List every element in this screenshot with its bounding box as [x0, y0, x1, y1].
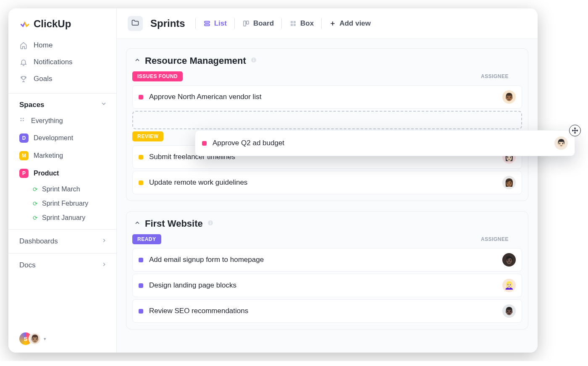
view-tab-label: List — [214, 19, 227, 28]
add-view-button[interactable]: Add view — [329, 19, 371, 28]
workspace-switcher[interactable]: S 👨🏽 ▾ — [8, 325, 116, 353]
chevron-right-icon — [101, 261, 107, 269]
svg-rect-6 — [244, 21, 246, 26]
info-icon[interactable] — [207, 220, 214, 228]
primary-nav: Home Notifications Goals — [8, 35, 116, 93]
folder-button[interactable] — [128, 16, 143, 31]
sidebar-item-everything[interactable]: Everything — [8, 112, 116, 129]
status-dot — [139, 180, 143, 185]
sidebar-item-dashboards[interactable]: Dashboards — [8, 229, 116, 253]
nav-home[interactable]: Home — [8, 37, 116, 54]
trophy-icon — [19, 75, 28, 83]
task-row[interactable]: Add email signup form to homepage🧑🏿 — [132, 248, 522, 272]
task-name: Update remote work guidelines — [149, 178, 496, 187]
avatar[interactable]: 👨🏿 — [502, 304, 516, 318]
sprint-icon: ⟳ — [33, 200, 38, 207]
task-row[interactable]: Design landing page blocks👱🏻‍♀️ — [132, 274, 522, 297]
sidebar-item-docs[interactable]: Docs — [8, 253, 116, 277]
sidebar-item-product[interactable]: P Product — [8, 165, 116, 182]
space-badge: P — [19, 169, 29, 178]
folder-icon — [131, 18, 139, 29]
board-icon — [242, 20, 250, 27]
status-dot — [139, 258, 143, 262]
status-pill[interactable]: ISSUES FOUND — [132, 71, 183, 81]
dashboards-label: Dashboards — [19, 237, 58, 246]
nav-goals[interactable]: Goals — [8, 71, 116, 87]
avatar[interactable]: 👩🏾 — [502, 176, 516, 189]
chevron-up-icon — [134, 57, 141, 65]
view-tab-label: Board — [253, 19, 274, 28]
grid-dots-icon — [19, 117, 26, 125]
status-pill[interactable]: REVIEW — [132, 131, 163, 141]
task-row[interactable]: Approve North American vendor list👨🏾 — [132, 85, 522, 109]
spaces-heading-label: Spaces — [19, 101, 45, 109]
svg-rect-9 — [294, 21, 296, 23]
avatar[interactable]: 👨🏾 — [502, 90, 516, 104]
space-badge: M — [19, 151, 29, 160]
sprint-label: Sprint January — [42, 214, 85, 222]
task-row[interactable]: Update remote work guidelines👩🏾 — [132, 171, 522, 194]
svg-point-2 — [21, 120, 22, 121]
sidebar: ClickUp Home Notifications Goals Spaces — [8, 8, 117, 353]
sidebar-item-marketing[interactable]: M Marketing — [8, 147, 116, 165]
sprint-item[interactable]: ⟳ Sprint March — [8, 182, 116, 196]
status-pill[interactable]: READY — [132, 234, 161, 244]
move-handle-icon[interactable] — [569, 125, 581, 136]
page-title: Sprints — [150, 18, 185, 29]
status-row: READYASSIGNEE — [132, 234, 522, 246]
bell-icon — [19, 58, 28, 66]
avatar: 👨🏽 — [29, 332, 41, 345]
svg-rect-8 — [291, 21, 293, 23]
svg-rect-16 — [210, 222, 210, 225]
avatar: 👨🏻 — [554, 136, 568, 150]
svg-point-17 — [210, 221, 211, 222]
app-window: ClickUp Home Notifications Goals Spaces — [8, 8, 538, 353]
group-title: Resource Management — [145, 55, 246, 66]
task-name: Approve North American vendor list — [149, 93, 496, 101]
sidebar-item-development[interactable]: D Development — [8, 129, 116, 147]
topbar: Sprints List Board Box Add view — [117, 8, 538, 39]
svg-point-3 — [23, 120, 24, 121]
column-header-assignee: ASSIGNEE — [481, 73, 519, 79]
brand[interactable]: ClickUp — [8, 8, 116, 35]
view-tab-box[interactable]: Box — [289, 19, 314, 28]
drop-zone[interactable] — [132, 111, 522, 129]
avatar[interactable]: 👱🏻‍♀️ — [502, 279, 516, 292]
group-header[interactable]: First Website — [132, 217, 522, 234]
brand-name: ClickUp — [34, 18, 71, 30]
svg-rect-4 — [205, 21, 210, 23]
sprint-label: Sprint March — [42, 186, 80, 193]
view-tab-board[interactable]: Board — [242, 19, 274, 28]
chevron-down-icon — [100, 100, 107, 109]
dragged-task-card[interactable]: Approve Q2 ad budget 👨🏻 — [195, 130, 575, 156]
task-group: First WebsiteREADYASSIGNEEAdd email sign… — [126, 211, 528, 329]
sprint-item[interactable]: ⟳ Sprint January — [8, 211, 116, 225]
sprint-item[interactable]: ⟳ Sprint February — [8, 196, 116, 211]
nav-home-label: Home — [34, 41, 52, 50]
everything-label: Everything — [31, 117, 63, 125]
content-area: Resource ManagementISSUES FOUNDASSIGNEEA… — [117, 39, 538, 349]
view-tab-list[interactable]: List — [203, 19, 227, 28]
svg-rect-13 — [253, 60, 254, 62]
spaces-heading[interactable]: Spaces — [8, 94, 116, 112]
sprint-icon: ⟳ — [33, 214, 38, 221]
avatar[interactable]: 🧑🏿 — [502, 253, 516, 267]
nav-goals-label: Goals — [34, 75, 52, 83]
group-title: First Website — [145, 218, 203, 229]
task-group: Resource ManagementISSUES FOUNDASSIGNEEA… — [126, 48, 528, 201]
task-name: Add email signup form to homepage — [149, 256, 496, 264]
sprint-label: Sprint February — [42, 200, 88, 207]
group-header[interactable]: Resource Management — [132, 55, 522, 71]
svg-point-14 — [253, 58, 254, 59]
separator — [321, 18, 322, 29]
nav-notifications[interactable]: Notifications — [8, 54, 116, 71]
info-icon[interactable] — [250, 57, 257, 65]
status-dot — [139, 283, 143, 288]
clickup-logo-icon — [19, 18, 30, 30]
task-row[interactable]: Review SEO recommendations👨🏿 — [132, 299, 522, 323]
status-row: ISSUES FOUNDASSIGNEE — [132, 71, 522, 83]
status-dot — [139, 309, 143, 314]
svg-rect-10 — [291, 24, 293, 26]
svg-point-1 — [23, 118, 24, 119]
status-dot — [139, 155, 143, 159]
